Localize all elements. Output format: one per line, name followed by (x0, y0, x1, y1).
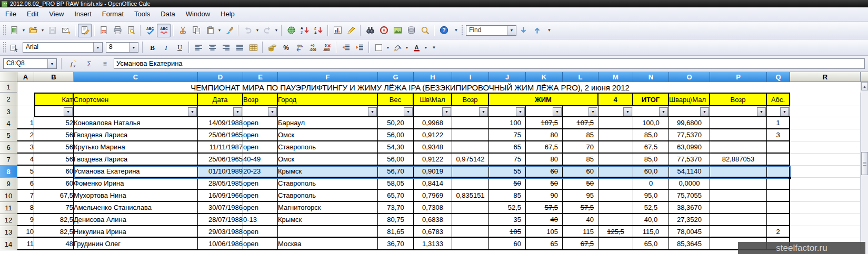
edit-file-button[interactable] (78, 24, 92, 37)
cell-I9[interactable] (452, 178, 489, 190)
cell-C8[interactable]: Усманова Екатерина (74, 166, 198, 178)
cell-O4[interactable]: 99,6800 (669, 117, 710, 129)
cell-L9[interactable]: 50 (563, 178, 598, 190)
cell-H3[interactable]: ▼ (414, 106, 452, 117)
cell-L12[interactable]: 40 (563, 214, 598, 226)
redo-button[interactable] (260, 24, 274, 37)
cell-J12[interactable]: 35 (489, 214, 526, 226)
cell-F9[interactable]: Ставрополь (278, 178, 378, 190)
cell-I6[interactable] (452, 141, 489, 154)
cell-B11[interactable]: 75 (34, 202, 74, 214)
cell-M13[interactable]: 125,5 (598, 226, 633, 238)
bold-button[interactable]: B (145, 40, 159, 54)
cell-N6[interactable]: 67,5 (633, 141, 669, 154)
insert-chart-button[interactable] (331, 24, 344, 37)
column-header-G[interactable]: G (378, 72, 414, 82)
cell-J4[interactable]: 100 (489, 117, 526, 129)
cell-J9[interactable]: 50 (489, 178, 526, 190)
cell-G4[interactable]: 50,20 (378, 117, 414, 129)
cell-K3[interactable]: ▼ (526, 106, 563, 117)
cell-K13[interactable]: 105 (526, 226, 563, 238)
cell-E9[interactable]: open (243, 178, 278, 190)
cell-R8[interactable] (790, 166, 861, 178)
cell-P11[interactable] (710, 202, 767, 214)
delete-decimal-button[interactable]: 0.000 (320, 40, 334, 54)
cell-R11[interactable] (790, 202, 861, 214)
decrease-indent-button[interactable] (339, 40, 353, 54)
cell-L13[interactable]: 115 (563, 226, 598, 238)
cell-G7[interactable]: 56,00 (378, 154, 414, 166)
cell-H6[interactable]: 0,9348 (414, 141, 452, 154)
cell-P3[interactable]: ▼ (710, 106, 767, 117)
cell-P8[interactable] (710, 166, 767, 178)
function-wizard-button[interactable]: fx (66, 57, 80, 70)
cell-D9[interactable]: 28/05/1985 (198, 178, 243, 190)
data-sources-button[interactable] (404, 24, 418, 37)
cell-L3[interactable]: ▼ (563, 106, 598, 117)
cell-J13[interactable]: 105 (489, 226, 526, 238)
cell-D13[interactable]: 29/03/1988 (198, 226, 243, 238)
cell-I12[interactable] (452, 214, 489, 226)
background-color-button[interactable] (391, 40, 404, 54)
cell-D11[interactable]: 30/07/1986 (198, 202, 243, 214)
find-combo[interactable]: Find▼ (466, 25, 516, 36)
cell-C11[interactable]: Амельченко Станислава (74, 202, 198, 214)
cell-D4[interactable]: 14/09/1988 (198, 117, 243, 129)
cell-G14[interactable]: 36,70 (378, 238, 414, 250)
column-header-P[interactable]: P (710, 72, 767, 82)
font-color-button[interactable]: A (410, 40, 423, 54)
open-button[interactable] (26, 24, 40, 37)
cell-Q7[interactable] (767, 154, 790, 166)
cell-A2[interactable] (17, 93, 34, 106)
cell-A10[interactable]: 7 (17, 190, 34, 202)
autofilter-dropdown-icon[interactable]: ▼ (64, 107, 73, 116)
cell-P10[interactable] (710, 190, 767, 202)
undo-button[interactable] (241, 24, 255, 37)
save-button[interactable] (45, 24, 59, 37)
cell-D3[interactable]: ▼ (198, 106, 243, 117)
cell-C7[interactable]: Гвоздева Лариса (74, 154, 198, 166)
email-button[interactable] (59, 24, 73, 37)
cell-I8[interactable] (452, 166, 489, 178)
sort-descending-button[interactable]: ZA (312, 24, 325, 37)
format-paintbrush-button[interactable] (222, 24, 236, 37)
row-header-3[interactable]: 3 (0, 106, 17, 117)
cell-O5[interactable]: 77,5370 (669, 129, 710, 141)
cell-K12[interactable]: 40 (526, 214, 563, 226)
cell-R4[interactable] (790, 117, 861, 129)
equals-button[interactable]: = (98, 57, 112, 70)
cell-E4[interactable]: open (243, 117, 278, 129)
cell-R9[interactable] (790, 178, 861, 190)
header-cell-F[interactable]: Город (278, 93, 378, 106)
cell-H5[interactable]: 0,9122 (414, 129, 452, 141)
cell-F14[interactable]: Москва (278, 238, 378, 250)
menu-tools[interactable]: Tools (129, 8, 155, 20)
cell-D14[interactable]: 10/06/1986 (198, 238, 243, 250)
cell-K7[interactable]: 80 (526, 154, 563, 166)
menu-file[interactable]: File (0, 8, 22, 20)
font-name-dropdown-icon[interactable]: ▼ (93, 43, 102, 52)
cell-B3[interactable]: ▼ (34, 106, 74, 117)
header-cell-Q[interactable]: Абс. (767, 93, 790, 106)
header-cell-C[interactable]: Спортсмен (74, 93, 198, 106)
cell-R6[interactable] (790, 141, 861, 154)
align-center-button[interactable] (205, 40, 219, 54)
cell-E10[interactable]: open (243, 190, 278, 202)
row-header-7[interactable]: 7 (0, 154, 17, 166)
page-preview-button[interactable] (124, 24, 138, 37)
column-header-E[interactable]: E (243, 72, 278, 82)
cell-I5[interactable] (452, 129, 489, 141)
cell-R2[interactable] (790, 93, 861, 106)
header-cell-M[interactable]: 4 (598, 93, 633, 106)
cell-Q11[interactable] (767, 202, 790, 214)
cell-D5[interactable]: 25/06/1965 (198, 129, 243, 141)
cell-C3[interactable]: ▼ (74, 106, 198, 117)
cell-F7[interactable]: Омск (278, 154, 378, 166)
cell-Q13[interactable]: 2 (767, 226, 790, 238)
find-down-button[interactable] (516, 24, 530, 37)
cell-D6[interactable]: 11/11/1987 (198, 141, 243, 154)
borders-button[interactable] (372, 40, 385, 54)
cell-O9[interactable]: 0,0000 (669, 178, 710, 190)
cell-O8[interactable]: 54,1140 (669, 166, 710, 178)
header-cell-G[interactable]: Вес (378, 93, 414, 106)
